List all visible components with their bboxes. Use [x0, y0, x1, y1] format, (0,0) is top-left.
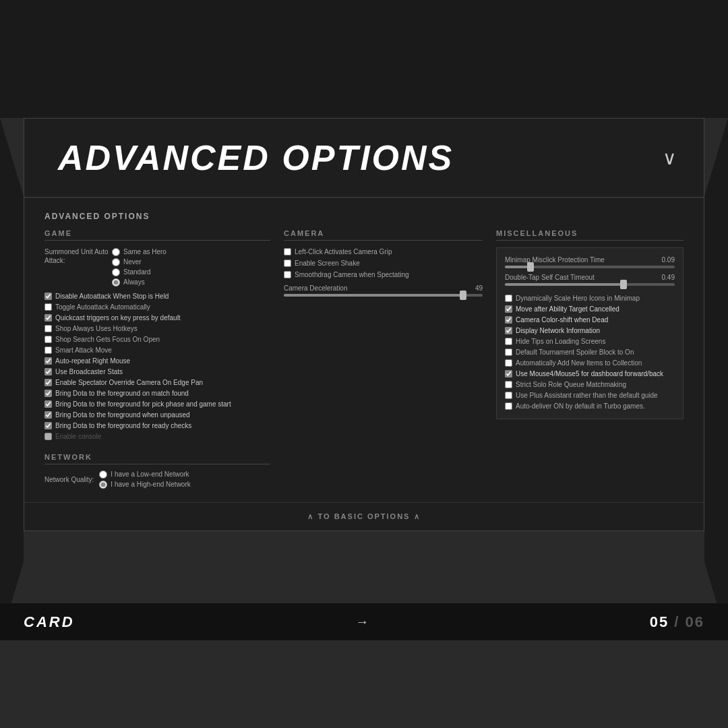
camera-checkboxes: Left-Click Activates Camera Grip Enable … [284, 247, 483, 279]
checkbox-toggle-autoattack-label: Toggle Autoattack Automatically [55, 303, 150, 311]
radio-never-input[interactable] [112, 258, 120, 266]
checkbox-left-click-camera-input[interactable] [284, 248, 291, 255]
minimap-misclick-thumb[interactable] [527, 262, 534, 272]
checkbox-hide-tips-label: Hide Tips on Loading Screens [516, 337, 605, 346]
checkbox-strict-solo: Strict Solo Role Queue Matchmaking [505, 380, 675, 389]
radio-always: Always [112, 278, 166, 286]
checkbox-auto-repeat-input[interactable] [44, 357, 52, 365]
double-tap-track[interactable] [505, 283, 675, 286]
bottom-bar: CARD → 05 / 06 [0, 603, 728, 640]
next-arrow[interactable]: → [355, 614, 369, 630]
checkbox-broadcaster-input[interactable] [44, 368, 52, 375]
checkbox-bring-dota-unpaused-input[interactable] [44, 411, 52, 419]
checkbox-bring-dota-match-input[interactable] [44, 390, 52, 397]
checkbox-camera-colorshift-input[interactable] [505, 316, 512, 324]
checkbox-smoothdrag-input[interactable] [284, 271, 291, 278]
checkbox-shop-search: Shop Search Gets Focus On Open [44, 335, 270, 344]
checkbox-shop-hotkeys-input[interactable] [44, 325, 52, 332]
radio-high-end-input[interactable] [99, 481, 107, 489]
checkbox-display-network: Display Network Information [505, 326, 675, 335]
radio-standard-label: Standard [123, 268, 151, 276]
checkbox-spectator-camera-input[interactable] [44, 379, 52, 386]
radio-low-end-network: I have a Low-end Network [99, 470, 190, 479]
to-basic-button[interactable]: ∧ TO BASIC OPTIONS ∧ [24, 502, 704, 530]
checkbox-smart-attack: Smart Attack Move [44, 346, 270, 355]
game-section-title: GAME [44, 229, 270, 241]
network-section: NETWORK Network Quality: I have a Low-en… [44, 453, 270, 489]
checkbox-tournament-spoiler-input[interactable] [505, 348, 512, 356]
double-tap-thumb[interactable] [620, 280, 627, 289]
checkbox-bring-dota-match: Bring Dota to the foreground on match fo… [44, 389, 270, 398]
checkbox-left-click-camera-label: Left-Click Activates Camera Grip [295, 247, 392, 256]
radio-high-end-network: I have a High-end Network [99, 480, 190, 489]
checkbox-camera-colorshift-label: Camera Color-shift when Dead [516, 315, 608, 324]
checkbox-camera-colorshift: Camera Color-shift when Dead [505, 315, 675, 324]
summoned-unit-options: Same as Hero Never Standard Always [112, 247, 166, 286]
checkbox-bring-dota-pick-label: Bring Dota to the foreground for pick ph… [55, 400, 231, 408]
checkbox-shop-search-input[interactable] [44, 336, 52, 343]
camera-deceleration-label: Camera Deceleration [284, 284, 348, 292]
double-tap-slider-row: Double-Tap Self Cast Timeout 0.49 [505, 274, 675, 286]
checkbox-screen-shake-input[interactable] [284, 260, 291, 267]
checkbox-smoothdrag: Smoothdrag Camera when Spectating [284, 270, 483, 279]
checkbox-hide-tips-input[interactable] [505, 338, 512, 345]
checkbox-display-network-input[interactable] [505, 327, 512, 334]
checkbox-dynamically-scale-label: Dynamically Scale Hero Icons in Minimap [516, 294, 640, 303]
radio-same-as-hero-input[interactable] [112, 248, 120, 256]
double-tap-label: Double-Tap Self Cast Timeout [505, 274, 595, 281]
double-tap-fill [505, 283, 624, 286]
checkbox-mouse4-mouse5-label: Use Mouse4/Mouse5 for dashboard forward/… [516, 369, 663, 378]
checkbox-display-network-label: Display Network Information [516, 326, 600, 335]
checkbox-toggle-autoattack-input[interactable] [44, 303, 52, 311]
page-numbers: 05 / 06 [650, 613, 704, 631]
checkbox-move-after-ability-input[interactable] [505, 305, 512, 313]
misc-column: MISCELLANEOUS Minimap Misclick Protectio… [496, 229, 684, 489]
minimap-misclick-slider-row: Minimap Misclick Protection Time 0.09 [505, 256, 675, 268]
camera-deceleration-track[interactable] [284, 294, 483, 297]
network-quality-label: Network Quality: [44, 476, 94, 483]
checkbox-smart-attack-input[interactable] [44, 346, 52, 354]
bottom-area [0, 640, 728, 728]
checkbox-disable-autoattack-input[interactable] [44, 293, 52, 300]
collapse-button[interactable]: ∨ [663, 147, 677, 169]
checkbox-shop-hotkeys-label: Shop Always Uses Hotkeys [55, 324, 138, 333]
checkbox-screen-shake: Enable Screen Shake [284, 259, 483, 268]
network-section-title: NETWORK [44, 453, 270, 464]
checkbox-dynamically-scale: Dynamically Scale Hero Icons in Minimap [505, 294, 675, 303]
checkbox-tournament-spoiler-label: Default Tournament Spoiler Block to On [516, 348, 634, 357]
checkbox-mouse4-mouse5-input[interactable] [505, 370, 512, 377]
double-tap-value: 0.49 [662, 274, 675, 281]
camera-deceleration-thumb[interactable] [460, 291, 466, 300]
network-options: I have a Low-end Network I have a High-e… [99, 470, 190, 489]
radio-same-as-hero-label: Same as Hero [123, 248, 166, 255]
radio-standard-input[interactable] [112, 268, 120, 276]
checkbox-disable-autoattack: Disable Autoattack When Stop is Held [44, 292, 270, 301]
checkbox-bring-dota-unpaused-label: Bring Dota to the foreground when unpaus… [55, 411, 190, 419]
checkbox-disable-autoattack-label: Disable Autoattack When Stop is Held [55, 292, 169, 301]
checkbox-auto-add-items-input[interactable] [505, 359, 512, 367]
checkbox-auto-deliver-input[interactable] [505, 402, 512, 410]
checkbox-auto-repeat: Auto-repeat Right Mouse [44, 357, 270, 365]
checkbox-auto-deliver: Auto-deliver ON by default in Turbo game… [505, 402, 675, 411]
checkbox-bring-dota-ready-input[interactable] [44, 422, 52, 429]
checkbox-bring-dota-ready-label: Bring Dota to the foreground for ready c… [55, 421, 191, 430]
checkbox-quickcast-input[interactable] [44, 314, 52, 322]
minimap-misclick-track[interactable] [505, 266, 675, 268]
radio-always-input[interactable] [112, 278, 120, 286]
checkbox-bring-dota-pick-input[interactable] [44, 400, 52, 408]
radio-same-as-hero: Same as Hero [112, 247, 166, 256]
camera-deceleration-header: Camera Deceleration 49 [284, 284, 483, 292]
checkbox-plus-assistant-input[interactable] [505, 392, 512, 399]
current-page: 05 [650, 613, 669, 630]
title-bar: ADVANCED OPTIONS ∨ [24, 119, 704, 198]
misc-checkboxes: Dynamically Scale Hero Icons in Minimap … [505, 294, 675, 411]
checkbox-strict-solo-input[interactable] [505, 381, 512, 388]
camera-deceleration-value: 49 [475, 284, 483, 292]
camera-sliders: Camera Deceleration 49 [284, 284, 483, 297]
checkbox-dynamically-scale-input[interactable] [505, 295, 512, 302]
radio-high-end-label: I have a High-end Network [111, 481, 190, 488]
double-tap-header: Double-Tap Self Cast Timeout 0.49 [505, 274, 675, 281]
checkbox-enable-console: Enable console [44, 432, 270, 441]
checkbox-plus-assistant: Use Plus Assistant rather than the defau… [505, 391, 675, 400]
radio-low-end-input[interactable] [99, 471, 107, 479]
